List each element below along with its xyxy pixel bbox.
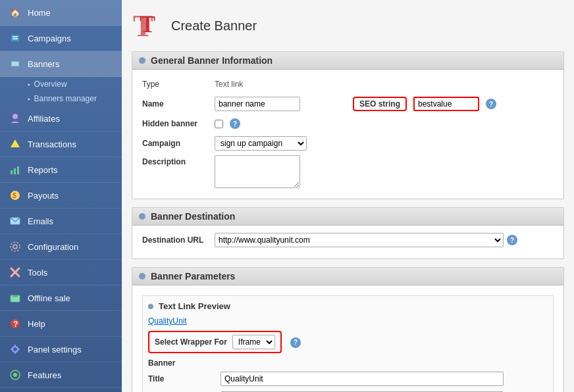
- sidebar-item-tools[interactable]: Tools: [0, 260, 122, 285]
- sidebar-item-features[interactable]: Features: [0, 362, 122, 388]
- banner-parameters-section: Banner Parameters Text Link Preview Qual…: [132, 267, 564, 392]
- sidebar-item-offline-sale[interactable]: Offline sale: [0, 285, 122, 311]
- sidebar-item-home[interactable]: 🏠 Home: [0, 0, 122, 26]
- banner-title-row: Title: [148, 371, 548, 387]
- banner-parameters-body: Text Link Preview QualityUnit Select Wra…: [132, 285, 563, 392]
- preview-title: Text Link Preview: [159, 301, 230, 311]
- banner-destination-title: Banner Destination: [151, 211, 235, 222]
- name-input[interactable]: [215, 97, 300, 111]
- sidebar-sub-overview[interactable]: Overview: [0, 77, 122, 91]
- banner-label: Banner: [148, 358, 548, 368]
- dest-help-icon[interactable]: ?: [507, 235, 517, 245]
- sidebar-item-label: Emails: [28, 216, 53, 226]
- description-textarea[interactable]: [215, 155, 300, 188]
- type-value: Text link: [215, 80, 243, 89]
- banners-icon: [8, 57, 22, 71]
- type-label: Type: [142, 80, 215, 89]
- panel-settings-icon: [8, 342, 22, 356]
- tools-icon: [8, 265, 22, 280]
- banner-destination-body: Destination URL ?: [132, 226, 563, 258]
- sidebar-item-help[interactable]: ? Help: [0, 311, 122, 337]
- svg-rect-4: [12, 62, 18, 66]
- general-banner-section: General Banner Information Type Text lin…: [132, 51, 564, 199]
- sidebar-sub-label: Overview: [34, 80, 67, 89]
- svg-point-13: [13, 245, 17, 249]
- sidebar-item-transactions[interactable]: Transactions: [0, 132, 122, 157]
- general-banner-body: Type Text link Name SEO string ? Hidden …: [132, 70, 563, 199]
- dest-label: Destination URL: [142, 235, 215, 245]
- hidden-row: Hidden banner ?: [142, 116, 554, 132]
- sidebar-item-label: Offline sale: [28, 293, 70, 303]
- seo-string-label: SEO string: [353, 97, 407, 111]
- campaign-select[interactable]: sign up campaign: [215, 136, 307, 151]
- wrapper-select[interactable]: Iframe None Div: [232, 335, 275, 349]
- wrapper-highlight-container: Select Wrapper For Iframe None Div: [148, 331, 282, 353]
- page-title: Create Banner: [171, 18, 257, 34]
- sidebar-sub-banners-manager[interactable]: Banners manager: [0, 91, 122, 106]
- sidebar-item-label: Configuration: [28, 242, 78, 252]
- preview-link[interactable]: QualityUnit: [148, 316, 548, 326]
- svg-rect-0: [11, 34, 20, 42]
- text-link-preview: Text Link Preview QualityUnit Select Wra…: [142, 295, 554, 392]
- svg-rect-7: [11, 170, 13, 174]
- svg-text:?: ?: [13, 320, 18, 329]
- page-header: T T Create Banner: [132, 10, 564, 41]
- dest-url-input[interactable]: [215, 233, 491, 247]
- name-label: Name: [142, 99, 215, 109]
- banner-parameters-title: Banner Parameters: [151, 271, 235, 282]
- svg-rect-8: [14, 168, 16, 174]
- sidebar-item-label: Panel settings: [28, 345, 82, 355]
- sidebar-item-campaigns[interactable]: Campaigns: [0, 26, 122, 51]
- campaigns-icon: [8, 31, 22, 45]
- banner-sub-section: Banner Title Text: [148, 358, 548, 392]
- affiliates-icon: [8, 111, 22, 126]
- description-row: Description: [142, 155, 554, 188]
- dest-url-dropdown[interactable]: [490, 233, 504, 247]
- help-icon: ?: [8, 316, 22, 331]
- wrapper-label: Select Wrapper For: [155, 337, 227, 347]
- hidden-checkbox[interactable]: [215, 120, 223, 128]
- hidden-help-icon[interactable]: ?: [230, 118, 240, 129]
- campaign-label: Campaign: [142, 139, 215, 148]
- sidebar-item-label: Campaigns: [28, 34, 71, 43]
- wrapper-row-container: Select Wrapper For Iframe None Div ?: [148, 331, 548, 353]
- offline-sale-icon: [8, 291, 22, 305]
- svg-text:$: $: [13, 192, 16, 199]
- seo-help-icon[interactable]: ?: [486, 99, 496, 109]
- sidebar-item-affiliates[interactable]: Affiliates: [0, 106, 122, 132]
- sidebar-item-emails[interactable]: Emails: [0, 208, 122, 234]
- svg-marker-6: [11, 139, 20, 147]
- svg-rect-9: [17, 166, 19, 174]
- svg-point-14: [11, 242, 20, 251]
- sidebar-item-label: Help: [28, 319, 45, 329]
- svg-point-27: [13, 373, 17, 377]
- description-label: Description: [142, 155, 215, 166]
- features-icon: [8, 368, 22, 382]
- page-logo: T T: [132, 10, 163, 41]
- svg-text:T: T: [140, 11, 155, 37]
- sidebar-item-label: Home: [28, 8, 51, 18]
- banner-title-label: Title: [148, 374, 221, 383]
- sidebar-item-payouts[interactable]: $ Payouts: [0, 183, 122, 208]
- sidebar-item-reports[interactable]: Reports: [0, 157, 122, 183]
- sidebar-item-label: Reports: [28, 165, 58, 175]
- home-icon: 🏠: [8, 5, 22, 20]
- main-content: T T Create Banner General Banner Informa…: [122, 0, 574, 392]
- sidebar-item-configuration[interactable]: Configuration: [0, 234, 122, 260]
- campaign-row: Campaign sign up campaign: [142, 135, 554, 151]
- seo-string-input[interactable]: [413, 97, 479, 111]
- sidebar-item-panel-settings[interactable]: Panel settings: [0, 337, 122, 362]
- banner-parameters-header: Banner Parameters: [132, 268, 563, 285]
- wrapper-help-icon[interactable]: ?: [290, 337, 301, 348]
- sidebar-item-banners[interactable]: Banners: [0, 51, 122, 77]
- name-seo-row: Name SEO string ?: [142, 96, 554, 112]
- transactions-icon: [8, 137, 22, 151]
- hidden-label: Hidden banner: [142, 119, 215, 128]
- type-row: Type Text link: [142, 76, 554, 92]
- banner-title-input[interactable]: [221, 372, 504, 386]
- sidebar-item-label: Features: [28, 370, 61, 380]
- general-banner-title: General Banner Information: [151, 55, 273, 66]
- preview-header: Text Link Preview: [148, 301, 548, 311]
- sidebar-item-label: Payouts: [28, 191, 59, 201]
- svg-point-5: [13, 114, 18, 119]
